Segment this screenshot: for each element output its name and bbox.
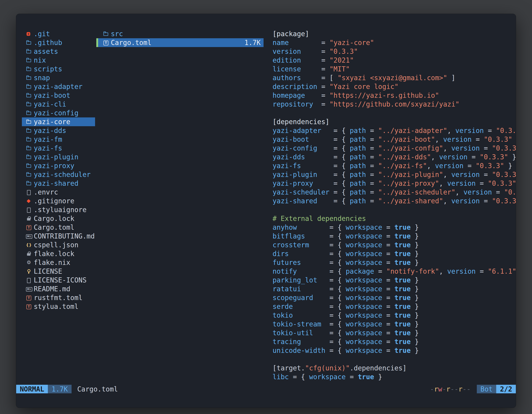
parent-pane: .git.githubassetsnixscriptssnapyazi-adap… (22, 29, 95, 311)
item-label: Cargo.toml (111, 38, 152, 47)
list-item[interactable]: cspell.json (22, 241, 95, 249)
item-label: .gitignore (34, 197, 75, 205)
status-filename: Cargo.toml (77, 385, 118, 393)
item-label: flake.lock (34, 249, 75, 258)
folder-icon (26, 126, 32, 135)
list-item[interactable]: yazi-adapter (22, 82, 95, 91)
toml-icon (26, 223, 32, 232)
list-item[interactable]: stylua.toml (22, 302, 95, 311)
status-bar: NORMAL 1.7K Cargo.toml -rw-r--r-- Bot 2/… (16, 385, 516, 393)
list-item[interactable]: yazi-scheduler (22, 170, 95, 179)
file-icon (26, 205, 32, 214)
list-item[interactable]: flake.nix (22, 258, 95, 267)
item-label: rustfmt.toml (34, 293, 82, 302)
item-label: .git (34, 29, 50, 38)
folder-icon (26, 170, 32, 179)
list-item[interactable]: yazi-config (22, 109, 95, 117)
toml-icon (26, 302, 32, 311)
item-label: README.md (34, 285, 70, 293)
preview-line: dirs = { workspace = true } (273, 249, 516, 258)
preview-line: yazi-proxy = { path = "../yazi-proxy", v… (273, 179, 516, 188)
list-item[interactable]: src (96, 29, 264, 38)
list-item[interactable]: yazi-plugin (22, 153, 95, 161)
list-item[interactable]: .github (22, 38, 95, 47)
preview-line: notify = { package = "notify-fork", vers… (273, 267, 516, 276)
folder-icon (26, 82, 32, 91)
folder-icon (26, 73, 32, 82)
list-item[interactable]: assets (22, 47, 95, 56)
list-item[interactable]: LICENSE (22, 267, 95, 276)
item-label: yazi-fs (34, 144, 62, 153)
folder-icon (26, 153, 32, 161)
preview-line: ratatui = { workspace = true } (273, 285, 516, 293)
list-item[interactable]: flake.lock (22, 249, 95, 258)
list-item[interactable]: snap (22, 73, 95, 82)
list-item[interactable]: yazi-dds (22, 126, 95, 135)
license-icon (26, 267, 32, 276)
list-item[interactable]: yazi-boot (22, 91, 95, 100)
list-item[interactable]: yazi-cli (22, 100, 95, 109)
list-item[interactable]: .envrc (22, 188, 95, 197)
nix-icon (26, 258, 32, 267)
folder-icon (26, 47, 32, 56)
folder-icon (26, 109, 32, 117)
preview-pane: [package]name = "yazi-core"version = "0.… (273, 29, 516, 385)
item-label: flake.nix (34, 258, 70, 267)
preview-line: authors = [ "sxyazi <sxyazi@gmail.com>" … (273, 73, 516, 82)
preview-line (273, 109, 516, 117)
item-label: LICENSE-ICONS (34, 276, 86, 285)
preview-line: serde = { workspace = true } (273, 302, 516, 311)
json-icon (26, 241, 32, 249)
preview-line: unicode-width = { workspace = true } (273, 346, 516, 355)
list-item[interactable]: .git (22, 29, 95, 38)
list-item[interactable]: .gitignore (22, 197, 95, 205)
preview-line: yazi-config = { path = "../yazi-config",… (273, 144, 516, 153)
lock-icon (26, 249, 32, 258)
preview-line: scopeguard = { workspace = true } (273, 293, 516, 302)
markdown-icon (26, 232, 32, 241)
preview-line: tracing = { workspace = true } (273, 337, 516, 346)
list-item[interactable]: yazi-proxy (22, 161, 95, 170)
list-item[interactable]: rustfmt.toml (22, 293, 95, 302)
list-item[interactable]: LICENSE-ICONS (22, 276, 95, 285)
item-label: yazi-fm (34, 135, 62, 144)
list-item[interactable]: yazi-core (22, 117, 95, 126)
list-item[interactable]: Cargo.toml1.7K (96, 38, 264, 47)
item-label: yazi-cli (34, 100, 66, 109)
file-icon (26, 276, 32, 285)
preview-line: homepage = "https://yazi-rs.github.io" (273, 91, 516, 100)
preview-line: yazi-scheduler = { path = "../yazi-sched… (273, 188, 516, 197)
item-label: assets (34, 47, 58, 56)
list-item[interactable]: Cargo.lock (22, 214, 95, 223)
current-pane: srcCargo.toml1.7K (96, 29, 264, 47)
position-count-badge: 2/2 (496, 385, 516, 393)
yazi-window: .git.githubassetsnixscriptssnapyazi-adap… (16, 14, 516, 408)
item-label: yazi-adapter (34, 82, 82, 91)
item-label: src (111, 29, 123, 38)
folder-icon (103, 29, 109, 38)
preview-line: [package] (273, 29, 516, 38)
preview-line: yazi-adapter = { path = "../yazi-adapter… (273, 126, 516, 135)
list-item[interactable]: nix (22, 56, 95, 65)
preview-line: # External dependencies (273, 214, 516, 223)
preview-line: version = "0.3.3" (273, 47, 516, 56)
preview-line: tokio-stream = { workspace = true } (273, 320, 516, 328)
list-item[interactable]: CONTRIBUTING.md (22, 232, 95, 241)
preview-line: repository = "https://github.com/sxyazi/… (273, 100, 516, 109)
list-item[interactable]: .styluaignore (22, 205, 95, 214)
list-item[interactable]: README.md (22, 285, 95, 293)
position-badge: Bot (477, 385, 496, 393)
list-item[interactable]: yazi-fs (22, 144, 95, 153)
desktop: { "colors": { "desktop_bg": "#3b3d40", "… (0, 0, 532, 414)
preview-line: anyhow = { workspace = true } (273, 223, 516, 232)
list-item[interactable]: yazi-shared (22, 179, 95, 188)
list-item[interactable]: yazi-fm (22, 135, 95, 144)
preview-line: yazi-dds = { path = "../yazi-dds", versi… (273, 153, 516, 161)
folder-icon (26, 117, 32, 126)
item-size: 1.7K (245, 38, 264, 47)
list-item[interactable]: scripts (22, 65, 95, 73)
item-label: yazi-plugin (34, 153, 78, 161)
preview-line: yazi-fs = { path = "../yazi-fs", version… (273, 161, 516, 170)
item-label: yazi-dds (34, 126, 66, 135)
list-item[interactable]: Cargo.toml (22, 223, 95, 232)
